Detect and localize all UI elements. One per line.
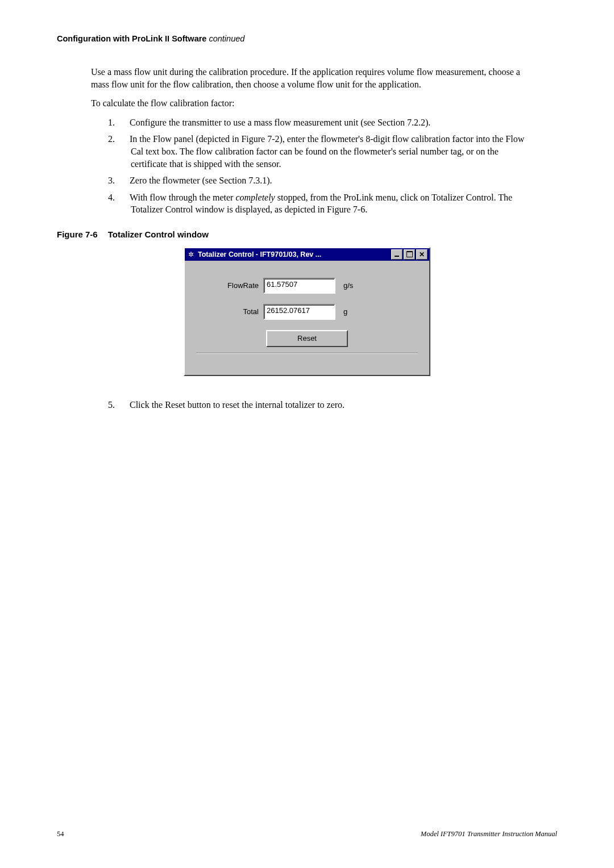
figure-caption: Figure 7-6Totalizer Control window bbox=[57, 229, 557, 239]
total-label: Total bbox=[196, 307, 263, 316]
status-bar bbox=[196, 353, 418, 366]
minimize-button[interactable] bbox=[391, 249, 403, 260]
totalizer-window: ✲ Totalizer Control - IFT9701/03, Rev ..… bbox=[184, 247, 430, 376]
reset-button[interactable]: Reset bbox=[266, 330, 348, 347]
paragraph-2: To calculate the flow calibration factor… bbox=[91, 97, 534, 110]
doc-title-footer: Model IFT9701 Transmitter Instruction Ma… bbox=[421, 830, 557, 838]
flowrate-row: FlowRate 61.57507 g/s bbox=[196, 278, 418, 294]
step-4: 4.With flow through the meter completely… bbox=[119, 191, 529, 216]
total-unit: g bbox=[343, 307, 347, 316]
step-1-text: Configure the transmitter to use a mass … bbox=[130, 118, 430, 127]
step-1: 1.Configure the transmitter to use a mas… bbox=[119, 116, 529, 129]
header-continued: continued bbox=[209, 34, 244, 43]
paragraph-1: Use a mass flow unit during the calibrat… bbox=[91, 66, 534, 90]
page-number: 54 bbox=[57, 830, 64, 838]
step-5-list: 5.Click the Reset button to reset the in… bbox=[119, 399, 529, 411]
step-2-text: In the Flow panel (depicted in Figure 7-… bbox=[130, 134, 524, 168]
header-title: Configuration with ProLink II Software bbox=[57, 34, 206, 43]
window-body: FlowRate 61.57507 g/s Total 26152.07617 … bbox=[185, 261, 429, 375]
page-header: Configuration with ProLink II Software c… bbox=[57, 34, 557, 43]
step-5: 5.Click the Reset button to reset the in… bbox=[119, 399, 529, 411]
step-2: 2.In the Flow panel (depicted in Figure … bbox=[119, 133, 529, 170]
steps-1-4: 1.Configure the transmitter to use a mas… bbox=[119, 116, 529, 216]
window-title: Totalizer Control - IFT9701/03, Rev ... bbox=[198, 251, 391, 258]
total-field[interactable]: 26152.07617 bbox=[263, 304, 335, 320]
step-3-text: Zero the flowmeter (see Section 7.3.1). bbox=[130, 176, 272, 185]
page-footer: 54 Model IFT9701 Transmitter Instruction… bbox=[57, 830, 557, 838]
flowrate-unit: g/s bbox=[343, 281, 353, 290]
maximize-button[interactable] bbox=[404, 249, 415, 260]
flowrate-field[interactable]: 61.57507 bbox=[263, 278, 335, 294]
flowrate-label: FlowRate bbox=[196, 281, 263, 290]
close-button[interactable]: ✕ bbox=[416, 249, 428, 260]
figure-number: Figure 7-6 bbox=[57, 229, 98, 239]
figure-title: Totalizer Control window bbox=[108, 229, 209, 239]
titlebar[interactable]: ✲ Totalizer Control - IFT9701/03, Rev ..… bbox=[185, 248, 429, 261]
step-5-text: Click the Reset button to reset the inte… bbox=[130, 400, 345, 410]
app-icon: ✲ bbox=[186, 250, 196, 259]
total-row: Total 26152.07617 g bbox=[196, 304, 418, 320]
step-3: 3.Zero the flowmeter (see Section 7.3.1)… bbox=[119, 174, 529, 187]
